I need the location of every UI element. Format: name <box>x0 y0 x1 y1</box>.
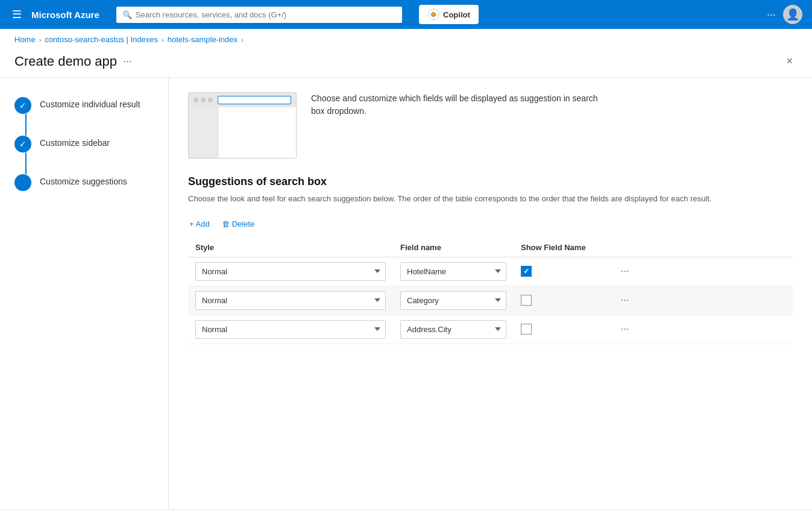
main-layout: ✓ Customize individual result ✓ Customiz… <box>0 78 812 509</box>
suggestions-table: Style Field name Show Field Name NormalB… <box>188 238 793 344</box>
table-row: NormalBoldItalicHotelNameCategoryAddress… <box>188 315 793 344</box>
brand-name: Microsoft Azure <box>31 10 99 20</box>
step-connector-1 <box>25 114 27 136</box>
copilot-icon <box>427 8 439 20</box>
footer-bar: Previous Create demo app <box>0 509 812 516</box>
step-connector-2 <box>25 153 27 174</box>
show-field-checkbox[interactable] <box>521 266 532 277</box>
row-actions-cell: ··· <box>610 315 793 344</box>
svg-point-1 <box>432 13 435 16</box>
content-panel: Choose and customize which fields will b… <box>169 78 812 509</box>
breadcrumb-sep-1: › <box>39 36 42 43</box>
style-dropdown[interactable]: NormalBoldItalic <box>195 320 386 339</box>
step-item-3: Customize suggestions <box>14 174 154 191</box>
close-button[interactable]: × <box>781 52 798 70</box>
step-circle-2: ✓ <box>14 136 31 153</box>
show-field-checkbox[interactable] <box>521 295 532 306</box>
browser-body <box>189 107 296 158</box>
step-label-2: Customize sidebar <box>40 136 110 148</box>
col-header-field: Field name <box>393 238 514 257</box>
browser-search-mockup <box>218 96 291 104</box>
nav-more-icon[interactable]: ··· <box>767 8 776 21</box>
step-circle-3 <box>14 174 31 191</box>
section-title: Suggestions of search box <box>188 175 793 188</box>
global-search-bar: 🔍 <box>116 7 402 23</box>
step-circle-1: ✓ <box>14 97 31 114</box>
top-nav: ☰ Microsoft Azure 🔍 Copilot ··· 👤 <box>0 0 812 29</box>
browser-dot-1 <box>194 98 198 102</box>
row-more-icon[interactable]: ··· <box>617 322 632 335</box>
copilot-button[interactable]: Copilot <box>419 5 479 24</box>
table-row: NormalBoldItalicHotelNameCategoryAddress… <box>188 286 793 315</box>
add-button[interactable]: + Add <box>188 217 211 231</box>
col-header-show: Show Field Name <box>514 238 610 257</box>
breadcrumb-index-service[interactable]: contoso-search-eastus | Indexes <box>45 35 158 44</box>
breadcrumb: Home › contoso-search-eastus | Indexes ›… <box>0 29 812 50</box>
show-field-cell <box>514 315 610 344</box>
search-icon: 🔍 <box>122 10 132 19</box>
step-label-1: Customize individual result <box>40 97 140 109</box>
breadcrumb-sep-2: › <box>162 36 164 43</box>
breadcrumb-sep-3: › <box>241 36 244 43</box>
field-name-cell: HotelNameCategoryAddress.CityDescription <box>393 257 514 286</box>
table-row: NormalBoldItalicHotelNameCategoryAddress… <box>188 257 793 286</box>
browser-bar <box>189 93 296 107</box>
hamburger-icon[interactable]: ☰ <box>10 5 24 24</box>
breadcrumb-home[interactable]: Home <box>14 35 36 44</box>
show-field-cell <box>514 257 610 286</box>
row-actions-cell: ··· <box>610 286 793 315</box>
field-name-cell: HotelNameCategoryAddress.CityDescription <box>393 286 514 315</box>
step-item-1: ✓ Customize individual result <box>14 97 154 114</box>
preview-area: Choose and customize which fields will b… <box>188 92 793 159</box>
style-dropdown[interactable]: NormalBoldItalic <box>195 291 386 310</box>
field-name-dropdown[interactable]: HotelNameCategoryAddress.CityDescription <box>400 262 506 281</box>
row-more-icon[interactable]: ··· <box>617 294 632 306</box>
page-title: Create demo app <box>14 54 117 69</box>
browser-dot-3 <box>208 98 213 102</box>
field-name-cell: HotelNameCategoryAddress.CityDescription <box>393 315 514 344</box>
step-label-3: Customize suggestions <box>40 174 127 186</box>
show-field-cell <box>514 286 610 315</box>
trash-icon: 🗑 <box>222 219 230 228</box>
section-desc: Choose the look and feel for each search… <box>188 193 793 205</box>
browser-right-panel <box>219 107 296 158</box>
browser-left-panel <box>189 107 219 158</box>
delete-button[interactable]: 🗑 Delete <box>221 217 256 231</box>
style-dropdown[interactable]: NormalBoldItalic <box>195 262 386 281</box>
global-search-input[interactable] <box>136 10 396 19</box>
col-header-style: Style <box>188 238 393 257</box>
browser-dot-2 <box>201 98 206 102</box>
style-cell: NormalBoldItalic <box>188 286 393 315</box>
show-field-checkbox[interactable] <box>521 324 532 335</box>
row-more-icon[interactable]: ··· <box>617 265 632 277</box>
copilot-label: Copilot <box>443 10 470 19</box>
breadcrumb-index-name[interactable]: hotels-sample-index <box>168 35 238 44</box>
preview-description: Choose and customize which fields will b… <box>311 92 600 118</box>
page-title-more-icon[interactable]: ··· <box>123 55 132 68</box>
page-title-bar: Create demo app ··· × <box>0 50 812 78</box>
browser-mockup <box>188 92 297 159</box>
row-actions-cell: ··· <box>610 257 793 286</box>
style-cell: NormalBoldItalic <box>188 315 393 344</box>
field-name-dropdown[interactable]: HotelNameCategoryAddress.CityDescription <box>400 291 506 310</box>
user-avatar[interactable]: 👤 <box>783 5 802 24</box>
field-name-dropdown[interactable]: HotelNameCategoryAddress.CityDescription <box>400 320 506 339</box>
steps-sidebar: ✓ Customize individual result ✓ Customiz… <box>0 78 169 509</box>
col-header-actions <box>610 238 793 257</box>
step-item-2: ✓ Customize sidebar <box>14 136 154 153</box>
style-cell: NormalBoldItalic <box>188 257 393 286</box>
table-toolbar: + Add 🗑 Delete <box>188 217 793 231</box>
